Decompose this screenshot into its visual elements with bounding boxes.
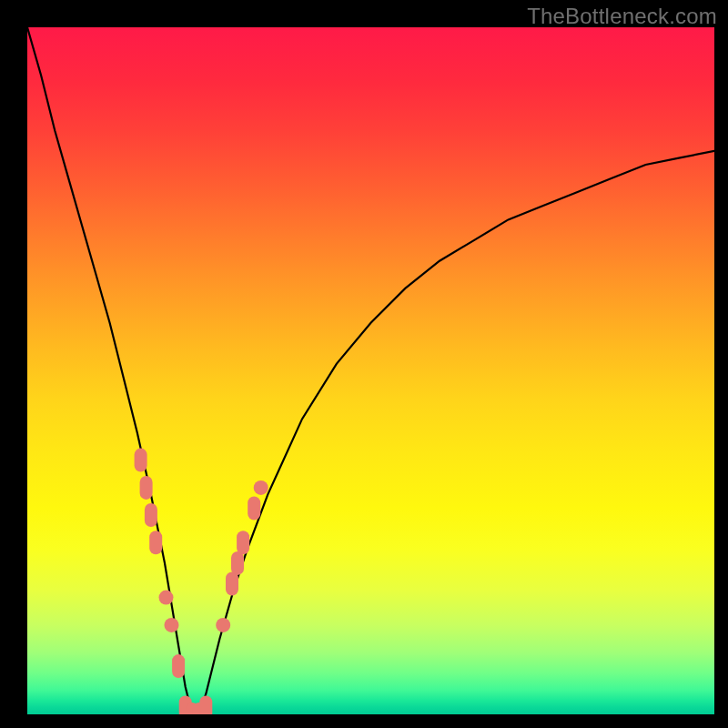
curve-layer xyxy=(27,27,714,714)
marker-pill xyxy=(172,654,185,678)
marker-pill xyxy=(135,449,147,472)
marker-pill xyxy=(140,476,153,500)
marker-pill xyxy=(179,696,192,715)
marker-dot xyxy=(165,618,179,632)
curve-markers xyxy=(135,449,268,714)
marker-pill xyxy=(226,572,238,596)
marker-pill xyxy=(248,497,260,521)
marker-pill xyxy=(231,551,244,575)
marker-pill xyxy=(145,503,157,527)
plot-area xyxy=(27,27,714,714)
chart-frame: TheBottleneck.com xyxy=(0,0,728,728)
marker-dot xyxy=(159,591,174,605)
marker-pill xyxy=(149,531,162,554)
marker-pill xyxy=(193,703,206,714)
marker-pill xyxy=(186,703,198,714)
watermark-text: TheBottleneck.com xyxy=(527,4,717,29)
marker-dot xyxy=(254,480,268,495)
marker-pill xyxy=(237,531,249,554)
bottleneck-curve xyxy=(27,27,714,714)
marker-dot xyxy=(216,618,230,632)
marker-pill xyxy=(199,696,212,715)
